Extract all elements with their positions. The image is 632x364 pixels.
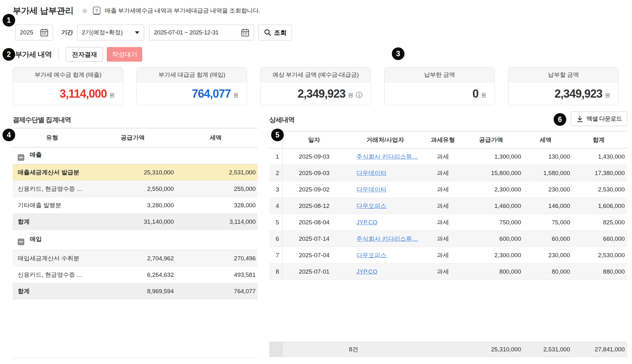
vendor-link[interactable]: JYP.CO <box>356 219 377 226</box>
aggregate-header-row: 유형 공급가액 세액 <box>13 128 258 148</box>
divider <box>58 49 59 60</box>
table-row[interactable]: 매입세금계산서 수취분 2,704,962 270,496 <box>13 250 258 267</box>
column-header-taxtype: 과세유형 <box>425 136 461 144</box>
card-label: 납부한 금액 <box>385 67 495 82</box>
currency-unit: 원 <box>109 92 115 99</box>
page-description: 매출 부가세예수금 내역과 부가세대급금 내역을 조회합니다. <box>105 7 260 15</box>
card-label: 부가세 대급금 합계 (매입) <box>137 67 247 82</box>
group-row-sales[interactable]: 매출 <box>13 148 258 164</box>
card-paid-amount: 납부한 금액 0 원 <box>384 67 495 105</box>
aggregate-table: 유형 공급가액 세액 매출 매출세금계산서 발급분 25,310,000 2,5… <box>13 128 258 300</box>
annotation-badge-6: 6 <box>554 113 566 126</box>
draft-pending-button[interactable]: 작성대기 <box>107 47 142 62</box>
card-label: 납부할 금액 <box>508 67 618 82</box>
card-vat-receivable: 부가세 예수금 합계 (매출) 3,114,000 원 <box>13 67 123 105</box>
favorite-star-icon[interactable]: ★ <box>81 6 88 16</box>
table-row[interactable]: 8 2025-07-01 JYP.CO 과세 800,000 80,000 88… <box>269 264 627 280</box>
vendor-link[interactable]: 주식회사 키다리스튜… <box>356 153 418 160</box>
vendor-link[interactable]: 다우오피스 <box>356 203 386 209</box>
card-expected-vat: 예상 부가세 금액 (예수금-대급금) 2,349,923 원 ⓘ <box>260 67 371 105</box>
vendor-link[interactable]: 다우데이터 <box>356 186 386 193</box>
excel-download-label: 엑셀 다운로드 <box>586 115 622 123</box>
table-row[interactable]: 매출세금계산서 발급분 25,310,000 2,531,000 <box>13 164 258 181</box>
column-header-type: 유형 <box>13 134 92 142</box>
currency-unit: 원 <box>605 92 610 99</box>
sales-total-row: 합계 31,140,000 3,114,000 <box>13 214 258 230</box>
info-icon[interactable]: ⓘ <box>356 91 362 100</box>
table-row[interactable]: 7 2025-07-04 다우오피스 과세 2,300,000 230,000 … <box>269 247 627 264</box>
detail-footer-row: 8건 25,310,000 2,531,000 27,841,000 <box>269 342 627 357</box>
vendor-link[interactable]: JYP.CO <box>356 268 377 275</box>
search-icon <box>264 29 271 36</box>
column-header-supply: 공급가액 <box>461 136 521 144</box>
card-value: 2,349,923 <box>298 87 345 100</box>
date-range-value: 2025-07-01 ~ 2025-12-31 <box>154 29 219 36</box>
collapse-minus-icon[interactable] <box>18 239 24 245</box>
card-amount-to-pay: 납부할 금액 2,349,923 원 <box>508 67 619 105</box>
column-header-supply: 공급가액 <box>92 134 174 142</box>
currency-unit: 원 <box>348 92 353 99</box>
card-value: 0 <box>472 87 478 100</box>
table-row[interactable]: 기타매출 발행분 3,280,000 328,000 <box>13 197 258 214</box>
vendor-link[interactable]: 다우오피스 <box>356 252 386 258</box>
vat-section-heading: 부가세 내역 전자결재 작성대기 <box>15 47 142 62</box>
excel-download-button[interactable]: 엑셀 다운로드 <box>571 112 627 126</box>
calendar-icon[interactable] <box>241 28 249 37</box>
card-label: 예상 부가세 금액 (예수금-대급금) <box>261 67 371 82</box>
table-empty-space <box>269 280 627 342</box>
year-input[interactable]: 2025 <box>15 25 53 40</box>
page-header: 부가세 납부관리 ★ ? 매출 부가세예수금 내역과 부가세대급금 내역을 조회… <box>13 5 260 16</box>
period-label: 기간 <box>61 28 73 37</box>
group-label: 매입 <box>30 236 42 242</box>
annotation-badge-5: 5 <box>271 129 284 141</box>
search-button[interactable]: 조회 <box>258 25 292 40</box>
table-row[interactable]: 4 2025-08-12 다우오피스 과세 1,460,000 146,000 … <box>269 198 627 214</box>
annotation-badge-1: 1 <box>3 14 15 27</box>
collapse-minus-icon[interactable] <box>18 154 24 161</box>
card-value: 2,349,923 <box>555 87 602 100</box>
detail-header-row: 일자 거래처/사업자 과세유형 공급가액 세액 합계 <box>269 131 627 149</box>
period-select[interactable]: 2기(예정+확정) <box>77 25 144 40</box>
annotation-badge-3: 3 <box>392 47 404 60</box>
table-row[interactable]: 5 2025-08-04 JYP.CO 과세 750,000 75,000 82… <box>269 214 627 231</box>
table-row[interactable]: 6 2025-07-14 주식회사 키다리스튜… 과세 600,000 60,0… <box>269 231 627 247</box>
page-title: 부가세 납부관리 <box>13 5 74 16</box>
chevron-down-icon <box>135 31 139 34</box>
currency-unit: 원 <box>481 92 486 99</box>
date-range-input[interactable]: 2025-07-01 ~ 2025-12-31 <box>149 25 254 40</box>
footer-tax-total: 2,531,000 <box>521 346 570 353</box>
detail-panel: 상세내역 엑셀 다운로드 일자 거래처/사업자 과세유형 공급가액 세액 합계 … <box>269 115 627 357</box>
table-row[interactable]: 1 2025-09-03 주식회사 키다리스튜… 과세 1,300,000 13… <box>269 149 627 165</box>
vendor-link[interactable]: 다우데이터 <box>356 170 386 176</box>
card-label: 부가세 예수금 합계 (매출) <box>13 67 123 82</box>
annotation-badge-4: 4 <box>3 129 15 141</box>
period-selected-value: 2기(예정+확정) <box>82 28 123 37</box>
card-value: 3,114,000 <box>60 87 107 100</box>
summary-cards: 부가세 예수금 합계 (매출) 3,114,000 원 부가세 대급금 합계 (… <box>13 67 619 105</box>
table-row[interactable]: 2 2025-09-03 다우데이터 과세 15,800,000 1,580,0… <box>269 165 627 181</box>
annotation-badge-2: 2 <box>3 48 15 61</box>
purchase-total-row: 합계 8,969,594 764,077 <box>13 283 258 300</box>
table-row[interactable]: 신용카드, 현금영수증 … 6,264,632 493,581 <box>13 267 258 283</box>
aggregate-table-title: 결제수단별 집계내역 <box>13 115 258 124</box>
column-header-tax: 세액 <box>174 134 258 142</box>
vendor-link[interactable]: 주식회사 키다리스튜… <box>356 235 418 242</box>
card-value: 764,077 <box>192 87 231 100</box>
table-row[interactable]: 신용카드, 현금영수증 … 2,550,000 255,000 <box>13 181 258 197</box>
card-vat-payable: 부가세 대급금 합계 (매입) 764,077 원 <box>137 67 247 105</box>
column-header-vendor: 거래처/사업자 <box>346 136 425 144</box>
help-icon[interactable]: ? <box>93 7 100 15</box>
year-value: 2025 <box>20 29 33 36</box>
column-header-date: 일자 <box>283 136 346 144</box>
calendar-icon[interactable] <box>40 28 48 37</box>
column-header-total: 합계 <box>570 136 627 144</box>
currency-unit: 원 <box>233 92 239 99</box>
filter-row: 2025 기간 2기(예정+확정) 2025-07-01 ~ 2025-12-3… <box>15 25 292 40</box>
group-row-purchase[interactable]: 매입 <box>13 230 258 250</box>
aggregate-panel: 결제수단별 집계내역 유형 공급가액 세액 매출 매출세금계산서 발급분 25,… <box>13 115 258 358</box>
group-label: 매출 <box>30 151 42 158</box>
search-button-label: 조회 <box>274 28 287 37</box>
electronic-approval-button[interactable]: 전자결재 <box>66 47 103 62</box>
table-row[interactable]: 3 2025-09-02 다우데이터 과세 2,300,000 230,000 … <box>269 181 627 198</box>
download-icon <box>576 115 583 123</box>
